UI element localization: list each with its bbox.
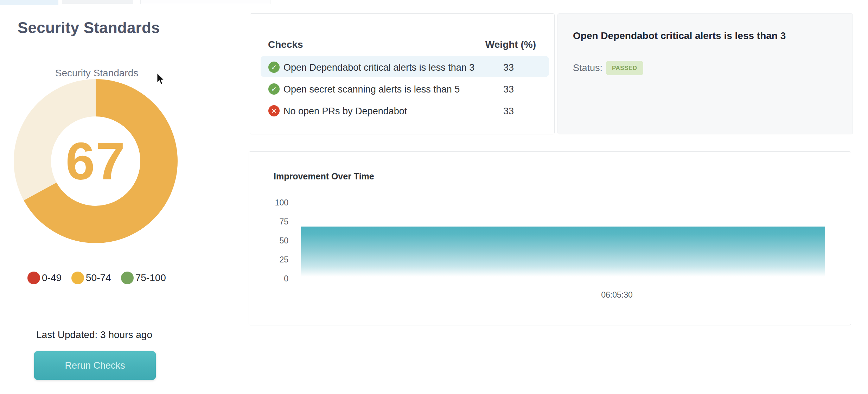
score-legend: 0-49 50-74 75-100 [27, 272, 166, 284]
legend-item-low: 0-49 [27, 272, 62, 284]
legend-item-mid: 50-74 [71, 272, 111, 284]
checks-column-header: Checks [268, 39, 303, 50]
red-dot-icon [27, 272, 40, 284]
y-axis-tick: 75 [260, 217, 288, 227]
legend-label: 50-74 [86, 272, 111, 284]
gauge-score-value: 67 [11, 77, 180, 246]
improvement-chart-panel: Improvement Over Time 100 75 50 25 0 06:… [249, 151, 851, 325]
check-label: No open PRs by Dependabot [283, 106, 407, 117]
x-axis-tick: 06:05:30 [582, 290, 652, 300]
weight-column-header: Weight (%) [485, 39, 536, 50]
last-updated-text: Last Updated: 3 hours ago [17, 329, 172, 341]
status-label: Status: [573, 63, 602, 74]
check-weight: 33 [494, 62, 523, 73]
y-axis-tick: 0 [260, 274, 288, 284]
check-detail-title: Open Dependabot critical alerts is less … [573, 30, 786, 42]
y-axis-tick: 100 [260, 198, 288, 208]
checks-panel: Checks Weight (%) ✓ Open Dependabot crit… [250, 13, 555, 134]
check-weight: 33 [494, 84, 523, 95]
legend-label: 75-100 [135, 272, 166, 284]
check-detail-panel: Open Dependabot critical alerts is less … [557, 13, 853, 134]
legend-label: 0-49 [42, 272, 62, 284]
green-dot-icon [121, 272, 134, 284]
check-row-open-prs[interactable]: ✕ No open PRs by Dependabot 33 [250, 100, 554, 121]
check-passed-icon: ✓ [268, 83, 280, 95]
check-failed-icon: ✕ [268, 105, 280, 116]
score-gauge: 67 [11, 77, 180, 246]
browser-remnant-strip [0, 0, 58, 5]
check-label: Open secret scanning alerts is less than… [283, 84, 460, 95]
check-row-secret-scanning[interactable]: ✓ Open secret scanning alerts is less th… [250, 78, 554, 100]
browser-remnant-strip [140, 0, 270, 4]
check-row-dependabot-critical[interactable]: ✓ Open Dependabot critical alerts is les… [250, 57, 554, 78]
status-badge: PASSED [606, 61, 643, 75]
security-standards-dashboard: Security Standards Security Standards 67… [0, 0, 868, 394]
chart-title: Improvement Over Time [274, 171, 374, 182]
yellow-dot-icon [71, 272, 84, 284]
check-label: Open Dependabot critical alerts is less … [283, 62, 474, 73]
legend-item-high: 75-100 [121, 272, 166, 284]
check-passed-icon: ✓ [268, 62, 280, 73]
rerun-checks-button[interactable]: Rerun Checks [34, 351, 156, 380]
check-weight: 33 [494, 106, 523, 117]
browser-remnant-strip [62, 0, 133, 4]
y-axis-tick: 50 [260, 236, 288, 246]
page-title: Security Standards [18, 19, 160, 37]
area-series [301, 227, 825, 279]
y-axis-tick: 25 [260, 255, 288, 265]
